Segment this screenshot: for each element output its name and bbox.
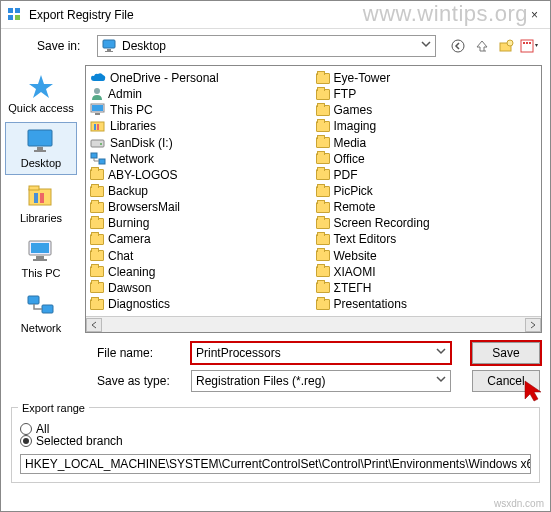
- list-item[interactable]: XIAOMI: [314, 264, 540, 280]
- place-libraries[interactable]: Libraries: [5, 177, 77, 230]
- branch-path-value: HKEY_LOCAL_MACHINE\SYSTEM\CurrentControl…: [25, 457, 531, 471]
- save-as-type-row: Save as type: Registration Files (*.reg)…: [97, 367, 540, 395]
- folder-icon: [316, 266, 330, 277]
- folder-icon: [90, 218, 104, 229]
- svg-point-27: [94, 88, 100, 94]
- list-item[interactable]: Imaging: [314, 118, 540, 134]
- save-button[interactable]: Save: [472, 342, 540, 364]
- folder-icon: [316, 234, 330, 245]
- list-item[interactable]: Screen Recording: [314, 215, 540, 231]
- folder-icon: [316, 218, 330, 229]
- place-quick-access[interactable]: Quick access: [5, 67, 77, 120]
- item-name: Camera: [108, 232, 151, 246]
- new-folder-button[interactable]: [496, 36, 516, 56]
- drive-icon: [90, 137, 106, 149]
- folder-icon: [316, 153, 330, 164]
- svg-rect-23: [36, 256, 44, 259]
- item-name: Imaging: [334, 119, 377, 133]
- quick-access-icon: [25, 72, 57, 100]
- item-name: ABY-LOGOS: [108, 168, 178, 182]
- list-item[interactable]: ΣΤΕΓΗ: [314, 280, 540, 296]
- svg-rect-36: [91, 153, 97, 158]
- list-item[interactable]: Burning: [88, 215, 314, 231]
- list-item[interactable]: Cleaning: [88, 264, 314, 280]
- list-item[interactable]: Diagnostics: [88, 296, 314, 312]
- up-button[interactable]: [472, 36, 492, 56]
- svg-rect-3: [15, 15, 20, 20]
- list-item[interactable]: Backup: [88, 183, 314, 199]
- item-name: PDF: [334, 168, 358, 182]
- list-item[interactable]: Media: [314, 135, 540, 151]
- scroll-right-button[interactable]: [525, 318, 541, 332]
- item-name: SanDisk (I:): [110, 136, 173, 150]
- list-item[interactable]: Libraries: [88, 118, 314, 134]
- folder-icon: [90, 234, 104, 245]
- back-button[interactable]: [448, 36, 468, 56]
- list-item[interactable]: Text Editors: [314, 231, 540, 247]
- list-item[interactable]: Website: [314, 248, 540, 264]
- list-item[interactable]: Camera: [88, 231, 314, 247]
- item-name: Backup: [108, 184, 148, 198]
- svg-rect-13: [529, 42, 531, 44]
- scroll-track[interactable]: [102, 318, 525, 332]
- save-as-type-combo[interactable]: Registration Files (*.reg): [191, 370, 451, 392]
- close-button[interactable]: ×: [525, 8, 544, 22]
- onedrive-icon: [90, 72, 106, 84]
- item-name: Eye-Tower: [334, 71, 391, 85]
- list-item[interactable]: BrowsersMail: [88, 199, 314, 215]
- branch-path-input[interactable]: HKEY_LOCAL_MACHINE\SYSTEM\CurrentControl…: [20, 454, 531, 474]
- folder-icon: [90, 202, 104, 213]
- file-list[interactable]: OneDrive - PersonalAdminThis PCLibraries…: [86, 66, 541, 316]
- place-this-pc[interactable]: This PC: [5, 232, 77, 285]
- item-name: This PC: [110, 103, 153, 117]
- cancel-button[interactable]: Cancel: [472, 370, 540, 392]
- list-item[interactable]: PDF: [314, 167, 540, 183]
- list-item[interactable]: Network: [88, 151, 314, 167]
- places-bar: Quick accessDesktopLibrariesThis PCNetwo…: [1, 65, 81, 333]
- svg-rect-15: [37, 147, 43, 150]
- list-item[interactable]: PicPick: [314, 183, 540, 199]
- item-name: Cleaning: [108, 265, 155, 279]
- scroll-left-button[interactable]: [86, 318, 102, 332]
- list-item[interactable]: This PC: [88, 102, 314, 118]
- item-name: Burning: [108, 216, 149, 230]
- place-network[interactable]: Network: [5, 287, 77, 340]
- radio-all[interactable]: [20, 423, 32, 435]
- list-item[interactable]: Games: [314, 102, 540, 118]
- list-item[interactable]: Presentations: [314, 296, 540, 312]
- views-button[interactable]: [520, 36, 540, 56]
- list-item[interactable]: OneDrive - Personal: [88, 70, 314, 86]
- radio-selected-branch[interactable]: [20, 435, 32, 447]
- svg-rect-33: [97, 124, 99, 130]
- folder-icon: [316, 169, 330, 180]
- file-name-input[interactable]: PrintProcessors: [191, 342, 451, 364]
- export-range-legend: Export range: [18, 402, 89, 414]
- svg-rect-22: [31, 243, 49, 253]
- libraries-icon: [90, 119, 106, 133]
- item-name: ΣΤΕΓΗ: [334, 281, 372, 295]
- list-item[interactable]: Chat: [88, 248, 314, 264]
- save-in-combo[interactable]: Desktop: [97, 35, 436, 57]
- folder-icon: [316, 202, 330, 213]
- desktop-icon: [25, 127, 57, 155]
- list-item[interactable]: Dawson: [88, 280, 314, 296]
- folder-icon: [316, 299, 330, 310]
- folder-icon: [90, 250, 104, 261]
- horizontal-scrollbar[interactable]: [86, 316, 541, 332]
- list-item[interactable]: FTP: [314, 86, 540, 102]
- item-name: Presentations: [334, 297, 407, 311]
- list-item[interactable]: Remote: [314, 199, 540, 215]
- list-item[interactable]: Eye-Tower: [314, 70, 540, 86]
- item-name: XIAOMI: [334, 265, 376, 279]
- radio-selected-branch-row[interactable]: Selected branch: [20, 432, 531, 450]
- place-desktop[interactable]: Desktop: [5, 122, 77, 175]
- list-item[interactable]: SanDisk (I:): [88, 135, 314, 151]
- list-item[interactable]: Office: [314, 151, 540, 167]
- list-item[interactable]: Admin: [88, 86, 314, 102]
- list-item[interactable]: ABY-LOGOS: [88, 167, 314, 183]
- folder-icon: [316, 121, 330, 132]
- footer-credit: wsxdn.com: [494, 498, 544, 509]
- folder-icon: [316, 282, 330, 293]
- chevron-down-icon: [436, 374, 446, 384]
- save-as-type-label: Save as type:: [97, 374, 183, 388]
